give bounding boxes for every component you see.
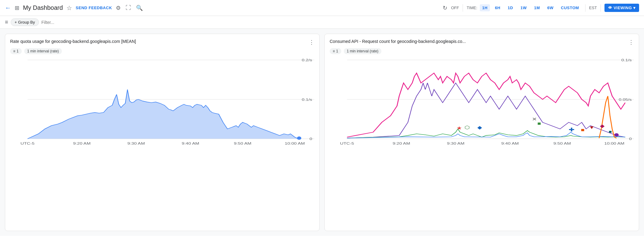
endpoint-dot-1: [297, 136, 301, 140]
interval-label-1: 1 min interval (rate): [27, 49, 59, 53]
svg-text:9:40 AM: 9:40 AM: [182, 141, 199, 146]
grid-icon: ⊞: [15, 5, 19, 11]
svg-text:10:00 AM: 10:00 AM: [604, 141, 624, 146]
marker-diamond2: ◆: [600, 123, 605, 129]
interval-tag-1[interactable]: 1 min interval (rate): [24, 48, 62, 54]
svg-text:10:00 AM: 10:00 AM: [285, 141, 305, 146]
svg-text:9:30 AM: 9:30 AM: [127, 141, 145, 146]
time-1m-button[interactable]: 1M: [532, 4, 542, 11]
time-1h-button[interactable]: 1H: [480, 4, 490, 11]
header-left: ← ⊞ My Dashboard ☆ SEND FEEDBACK ⚙ ⛶ 🔍: [5, 3, 439, 13]
svg-text:0.05/s: 0.05/s: [619, 97, 632, 101]
viewing-label: VIEWING: [614, 6, 632, 10]
toolbar: ≡ + Group By: [0, 16, 644, 29]
chart-card-1: Rate quota usage for geocoding-backend.g…: [5, 34, 320, 231]
marker-plus: ✚: [569, 127, 574, 133]
page-title: My Dashboard: [23, 4, 63, 11]
viewing-button[interactable]: 👁 VIEWING ▾: [604, 4, 639, 12]
refresh-icon: ↻: [443, 5, 447, 11]
star-icon: ☆: [66, 4, 72, 12]
time-1d-button[interactable]: 1D: [505, 4, 516, 11]
marker-orange-sq: ■: [581, 127, 585, 133]
chart-area-1: 0.2/s 0.1/s 0 UTC-5 9:20 AM 9:30 AM 9:40…: [10, 57, 314, 149]
timezone-label: EST: [589, 6, 597, 10]
svg-text:9:30 AM: 9:30 AM: [447, 141, 464, 146]
time-custom-button[interactable]: CUSTOM: [559, 4, 581, 11]
filter-tag-1[interactable]: ≡ 1: [10, 48, 22, 54]
header: ← ⊞ My Dashboard ☆ SEND FEEDBACK ⚙ ⛶ 🔍 ↻…: [0, 0, 644, 16]
svg-text:9:50 AM: 9:50 AM: [553, 141, 571, 146]
search-button[interactable]: 🔍: [135, 3, 144, 13]
marker-teal-sq: ■: [609, 129, 612, 134]
card-header-1: Rate quota usage for geocoding-backend.g…: [10, 39, 314, 46]
divider3: [600, 4, 601, 12]
interval-tag-2[interactable]: 1 min interval (rate): [344, 48, 381, 54]
marker-circle: [614, 133, 619, 137]
marker-diamond1: ◆: [477, 125, 482, 130]
filter-icon-2: ≡: [333, 49, 335, 53]
svg-text:9:20 AM: 9:20 AM: [392, 141, 410, 146]
marker-triangle: ▼: [589, 125, 595, 130]
svg-text:0: 0: [309, 137, 312, 141]
hamburger-icon[interactable]: ≡: [5, 19, 8, 25]
chart-svg-1: 0.2/s 0.1/s 0 UTC-5 9:20 AM 9:30 AM 9:40…: [10, 57, 314, 149]
filter-count-1: 1: [17, 49, 19, 53]
settings-icon: ⚙: [116, 5, 121, 11]
card-menu-button-2[interactable]: ⋮: [628, 39, 634, 46]
filter-tag-2[interactable]: ≡ 1: [330, 48, 341, 54]
chart-area-2: 0.1/s 0.05/s 0 UTC-5 9:20 AM 9:30 AM 9:4…: [330, 57, 634, 149]
filter-icon-1: ≡: [13, 49, 15, 53]
svg-text:9:40 AM: 9:40 AM: [501, 141, 519, 146]
divider2: [585, 4, 585, 12]
marker-x: ✕: [532, 116, 537, 122]
settings-button[interactable]: ⚙: [115, 3, 122, 13]
time-6w-button[interactable]: 6W: [545, 4, 556, 11]
card-title-2: Consumed API - Request count for geocodi…: [330, 39, 466, 44]
refresh-button[interactable]: ↻: [441, 3, 449, 13]
svg-text:9:50 AM: 9:50 AM: [234, 141, 251, 146]
star-button[interactable]: ☆: [65, 3, 73, 13]
refresh-label: OFF: [451, 6, 459, 10]
dropdown-icon: ▾: [633, 6, 636, 10]
plus-icon: +: [15, 20, 17, 25]
main-content: Rate quota usage for geocoding-backend.g…: [0, 29, 644, 236]
back-button[interactable]: ←: [5, 4, 11, 11]
card-menu-button-1[interactable]: ⋮: [309, 39, 314, 46]
interval-label-2: 1 min interval (rate): [347, 49, 378, 53]
svg-text:0: 0: [629, 137, 632, 141]
filter-input[interactable]: [41, 20, 639, 25]
svg-text:0.1/s: 0.1/s: [621, 58, 632, 62]
header-right: ↻ OFF TIME: 1H 6H 1D 1W 1M 6W CUSTOM EST…: [441, 3, 639, 13]
time-label: TIME:: [467, 6, 477, 10]
card-header-2: Consumed API - Request count for geocodi…: [330, 39, 634, 46]
grid-view-button[interactable]: ⊞: [13, 3, 21, 13]
svg-text:UTC-5: UTC-5: [21, 141, 35, 146]
time-6h-button[interactable]: 6H: [492, 4, 503, 11]
card-tags-1: ≡ 1 1 min interval (rate): [10, 48, 314, 54]
marker-pentagon: ⬡: [464, 125, 470, 130]
marker-star: ★: [456, 125, 462, 131]
svg-text:0.2/s: 0.2/s: [302, 58, 312, 62]
card-title-1: Rate quota usage for geocoding-backend.g…: [10, 39, 136, 44]
time-1w-button[interactable]: 1W: [518, 4, 529, 11]
marker-square: ■: [537, 121, 541, 126]
group-by-button[interactable]: + Group By: [11, 18, 39, 26]
card-tags-2: ≡ 1 1 min interval (rate): [330, 48, 634, 54]
svg-text:9:20 AM: 9:20 AM: [73, 141, 90, 146]
divider: [463, 4, 463, 12]
eye-icon: 👁: [608, 6, 612, 10]
svg-text:0.1/s: 0.1/s: [302, 97, 312, 101]
send-feedback-button[interactable]: SEND FEEDBACK: [76, 6, 112, 10]
fullscreen-button[interactable]: ⛶: [124, 3, 132, 12]
chart-card-2: Consumed API - Request count for geocodi…: [324, 34, 639, 231]
fullscreen-icon: ⛶: [126, 5, 131, 11]
svg-text:UTC-5: UTC-5: [340, 141, 354, 146]
group-by-label: Group By: [18, 20, 35, 25]
back-icon: ←: [5, 4, 11, 11]
chart-svg-2: 0.1/s 0.05/s 0 UTC-5 9:20 AM 9:30 AM 9:4…: [330, 57, 634, 149]
search-icon: 🔍: [136, 5, 143, 11]
filter-count-2: 1: [336, 49, 338, 53]
